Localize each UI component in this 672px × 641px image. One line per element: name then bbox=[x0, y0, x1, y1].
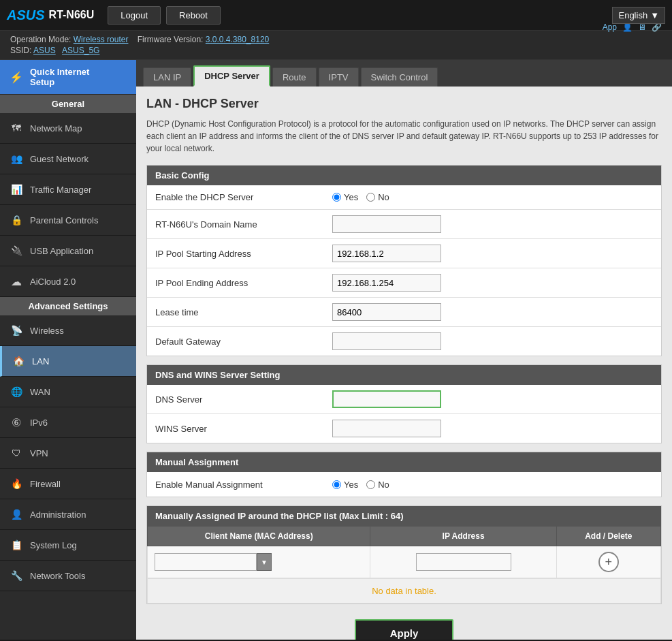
language-label: English bbox=[618, 10, 647, 20]
sidebar: Quick InternetSetup General Network Map … bbox=[0, 60, 136, 640]
no-data-message: No data in table. bbox=[147, 578, 661, 604]
field-lease-time: Lease time bbox=[147, 298, 661, 327]
nettools-icon bbox=[8, 567, 25, 584]
sidebar-item-firewall[interactable]: Firewall bbox=[0, 469, 136, 499]
mac-dropdown-button[interactable]: ▼ bbox=[257, 553, 272, 571]
radio-input-no-dhcp[interactable] bbox=[366, 193, 375, 202]
field-domain-name: RT-N66U's Domain Name bbox=[147, 210, 661, 239]
sidebar-item-aicloud[interactable]: AiCloud 2.0 bbox=[0, 266, 136, 297]
sidebar-item-usb-application[interactable]: USB Application bbox=[0, 236, 136, 266]
value-enable-manual: Yes No bbox=[332, 480, 653, 490]
sidebar-item-lan[interactable]: LAN bbox=[0, 346, 136, 377]
reboot-button[interactable]: Reboot bbox=[166, 6, 221, 25]
sidebar-label-parental-controls: Parental Controls bbox=[30, 215, 98, 225]
input-dns-server[interactable] bbox=[332, 390, 441, 408]
sidebar-section-general: General bbox=[0, 95, 136, 113]
sidebar-item-wan[interactable]: WAN bbox=[0, 377, 136, 407]
sidebar-label-usb-application: USB Application bbox=[30, 246, 93, 256]
sidebar-label-system-log: System Log bbox=[30, 540, 77, 550]
language-selector[interactable]: English ▼ bbox=[612, 7, 665, 24]
value-domain-name bbox=[332, 215, 653, 233]
tab-route[interactable]: Route bbox=[272, 67, 317, 87]
add-button[interactable]: + bbox=[598, 552, 619, 572]
input-ip-pool-start[interactable] bbox=[332, 245, 441, 262]
ipv6-icon bbox=[8, 414, 25, 431]
content-area: LAN IP DHCP Server Route IPTV Switch Con… bbox=[136, 60, 672, 640]
radio-input-no-manual[interactable] bbox=[366, 480, 375, 489]
sidebar-item-parental-controls[interactable]: Parental Controls bbox=[0, 205, 136, 236]
input-default-gateway[interactable] bbox=[332, 332, 441, 350]
tab-lan-ip[interactable]: LAN IP bbox=[143, 67, 191, 87]
traffic-icon bbox=[8, 181, 25, 198]
section-manual-assign: Manual Assignment Enable Manual Assignme… bbox=[146, 452, 662, 497]
radio-input-yes-dhcp[interactable] bbox=[332, 193, 341, 202]
table-row-input: ▼ + bbox=[148, 546, 661, 578]
radio-yes-dhcp[interactable]: Yes bbox=[332, 192, 358, 202]
radio-no-manual[interactable]: No bbox=[366, 480, 389, 490]
fw-value[interactable]: 3.0.0.4.380_8120 bbox=[206, 35, 269, 44]
input-wins-server[interactable] bbox=[332, 420, 441, 437]
op-mode-value[interactable]: Wireless router bbox=[74, 35, 129, 44]
app-icons: App 👤 🖥 🔗 bbox=[603, 22, 662, 32]
input-ip-address[interactable] bbox=[416, 553, 511, 571]
section-dhcp-list: Manually Assigned IP around the DHCP lis… bbox=[146, 505, 662, 604]
label-enable-manual: Enable Manual Assignment bbox=[155, 480, 332, 490]
radio-yes-manual[interactable]: Yes bbox=[332, 480, 358, 490]
tab-iptv[interactable]: IPTV bbox=[319, 67, 359, 87]
sidebar-item-administration[interactable]: Administration bbox=[0, 499, 136, 530]
label-default-gateway: Default Gateway bbox=[155, 337, 332, 347]
sidebar-section-advanced: Advanced Settings bbox=[0, 297, 136, 315]
field-ip-pool-start: IP Pool Starting Address bbox=[147, 239, 661, 268]
sidebar-item-quick-setup[interactable]: Quick InternetSetup bbox=[0, 60, 136, 95]
field-enable-manual: Enable Manual Assignment Yes No bbox=[147, 472, 661, 497]
value-wins-server bbox=[332, 420, 653, 437]
tab-switch-control[interactable]: Switch Control bbox=[361, 67, 438, 87]
radio-input-yes-manual[interactable] bbox=[332, 480, 341, 489]
section-dns-wins: DNS and WINS Server Setting DNS Server W… bbox=[146, 364, 662, 443]
col-ip-address: IP Address bbox=[370, 527, 556, 546]
label-enable-dhcp: Enable the DHCP Server bbox=[155, 192, 332, 202]
firewall-icon bbox=[8, 475, 25, 492]
sidebar-item-vpn[interactable]: VPN bbox=[0, 438, 136, 469]
value-dns-server bbox=[332, 390, 653, 408]
sidebar-label-wireless: Wireless bbox=[30, 326, 64, 336]
label-wins-server: WINS Server bbox=[155, 424, 332, 434]
screen-icon[interactable]: 🖥 bbox=[638, 22, 646, 32]
sidebar-item-system-log[interactable]: System Log bbox=[0, 530, 136, 561]
section-header-manual-assign: Manual Assignment bbox=[147, 452, 661, 472]
app-label: App bbox=[603, 22, 617, 32]
input-ip-pool-end[interactable] bbox=[332, 274, 441, 292]
tab-dhcp-server[interactable]: DHCP Server bbox=[193, 65, 270, 87]
value-default-gateway bbox=[332, 332, 653, 350]
input-mac-address[interactable] bbox=[155, 553, 257, 571]
label-lease-time: Lease time bbox=[155, 307, 332, 317]
apply-row: Apply bbox=[146, 612, 662, 640]
sidebar-item-guest-network[interactable]: Guest Network bbox=[0, 144, 136, 174]
fw-label: Firmware Version: bbox=[138, 35, 204, 44]
syslog-icon bbox=[8, 537, 25, 553]
op-mode-label: Operation Mode: bbox=[10, 35, 71, 44]
share-icon[interactable]: 🔗 bbox=[652, 22, 662, 32]
sidebar-item-wireless[interactable]: Wireless bbox=[0, 315, 136, 346]
chevron-down-icon: ▼ bbox=[650, 10, 659, 20]
sidebar-item-network-tools[interactable]: Network Tools bbox=[0, 561, 136, 591]
sidebar-item-ipv6[interactable]: IPv6 bbox=[0, 407, 136, 438]
input-domain-name[interactable] bbox=[332, 215, 441, 233]
sidebar-label-vpn: VPN bbox=[30, 448, 48, 458]
sidebar-item-network-map[interactable]: Network Map bbox=[0, 113, 136, 144]
col-action: Add / Delete bbox=[556, 527, 660, 546]
cell-mac-input: ▼ bbox=[148, 546, 370, 578]
ssid2[interactable]: ASUS_5G bbox=[62, 46, 99, 55]
ssid1[interactable]: ASUS bbox=[33, 46, 56, 55]
logo: ASUS RT-N66U bbox=[7, 7, 94, 23]
usb-icon bbox=[8, 243, 25, 259]
input-lease-time[interactable] bbox=[332, 303, 441, 321]
radio-no-dhcp[interactable]: No bbox=[366, 192, 389, 202]
sidebar-item-traffic-manager[interactable]: Traffic Manager bbox=[0, 174, 136, 205]
apply-button[interactable]: Apply bbox=[355, 619, 454, 640]
user-icon[interactable]: 👤 bbox=[622, 22, 633, 32]
logout-button[interactable]: Logout bbox=[108, 6, 161, 25]
sidebar-label-administration: Administration bbox=[30, 510, 86, 520]
sidebar-label-ipv6: IPv6 bbox=[30, 418, 48, 428]
logo-model: RT-N66U bbox=[49, 9, 95, 21]
